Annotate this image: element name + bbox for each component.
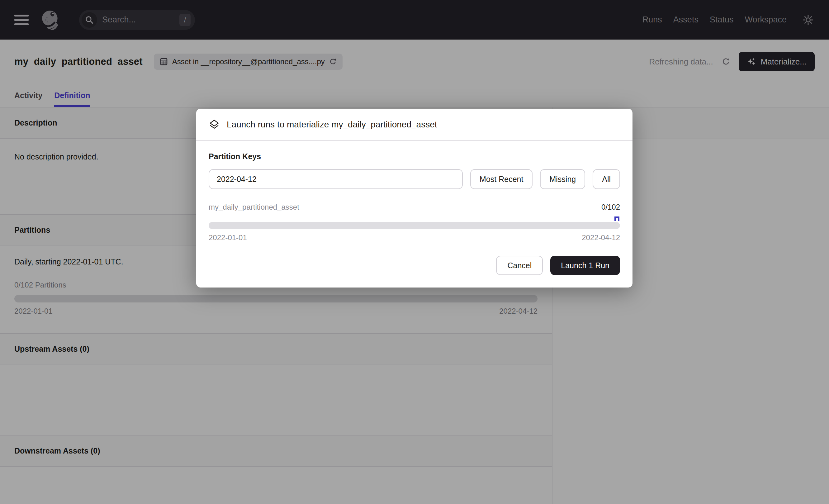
modal-header: Launch runs to materialize my_daily_part… <box>196 109 633 141</box>
app-screen: Search... / Runs Assets Status Workspace <box>0 0 829 504</box>
launch-runs-modal: Launch runs to materialize my_daily_part… <box>196 109 633 288</box>
all-button[interactable]: All <box>592 169 620 189</box>
modal-body: Partition Keys Most Recent Missing All m… <box>196 141 633 288</box>
modal-asset-name: my_daily_partitioned_asset <box>209 203 299 212</box>
most-recent-button[interactable]: Most Recent <box>470 169 533 189</box>
cancel-button[interactable]: Cancel <box>496 256 543 275</box>
modal-title: Launch runs to materialize my_daily_part… <box>227 120 437 130</box>
modal-range-start: 2022-01-01 <box>209 233 247 242</box>
asset-layers-icon <box>209 119 220 130</box>
modal-range-end: 2022-04-12 <box>582 233 620 242</box>
selected-range-marker <box>614 216 619 221</box>
missing-button[interactable]: Missing <box>540 169 585 189</box>
modal-partition-bar[interactable] <box>209 222 620 229</box>
partition-key-input[interactable] <box>209 169 463 189</box>
partition-selection-area: my_daily_partitioned_asset 0/102 2022-01… <box>209 203 620 242</box>
partition-keys-label: Partition Keys <box>209 152 620 161</box>
modal-partition-count: 0/102 <box>601 203 620 212</box>
launch-run-button[interactable]: Launch 1 Run <box>550 256 620 275</box>
